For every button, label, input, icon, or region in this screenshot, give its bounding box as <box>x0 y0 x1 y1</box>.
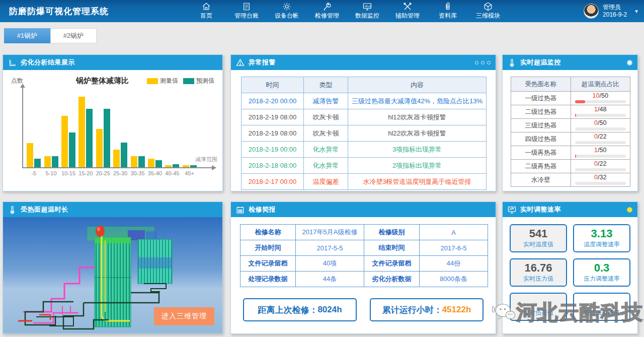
overtemp-table-head: 受热面名称超温测点占比 <box>511 77 630 92</box>
x-tick-label: 20-25 <box>95 170 111 176</box>
x-tick-label: 5-10 <box>43 170 59 176</box>
surface-name: 二级过热器 <box>511 105 571 119</box>
maintenance-stat-button-1[interactable]: 累计运行小时：45122h <box>370 298 484 321</box>
maintenance-stat-button-0[interactable]: 距离上次检修：8024h <box>243 298 357 321</box>
ruler-icon <box>8 58 17 67</box>
nav-item-6[interactable]: 资料库 <box>428 0 468 22</box>
avatar[interactable] <box>584 4 599 19</box>
alarm-row[interactable]: 2018-2-19 08:00吹灰卡顿hl12吹灰器卡顿报警 <box>242 109 487 125</box>
dot-icon[interactable] <box>481 61 485 64</box>
overtemp-ratio-cell: 1/48 <box>571 105 630 119</box>
app-header: 防磨防爆可视化管理系统 首页管理台账设备台帐检修管理数据监控辅助管理资料库三维模… <box>0 0 644 22</box>
overtemp-row: 四级过热器0/22 <box>511 132 630 146</box>
chart-legend: 测量值预测值 <box>147 77 214 85</box>
overtemp-ratio-cell: 10/50 <box>571 92 630 105</box>
bar <box>148 159 154 167</box>
monitor-wave-icon <box>508 206 516 214</box>
nav-item-7[interactable]: 三维模块 <box>468 0 508 22</box>
bar <box>155 160 162 167</box>
bar <box>173 164 179 167</box>
nav-item-0[interactable]: 首页 <box>186 0 226 22</box>
user-date: 2016-9-2 <box>603 11 627 19</box>
rate-label: 实时温度值 <box>523 240 553 249</box>
dot-icon[interactable] <box>475 61 478 64</box>
bar <box>61 116 68 167</box>
bar <box>138 156 145 167</box>
user-block[interactable]: 管理员 2016-9-2 ▼ <box>584 0 639 22</box>
user-info: 管理员 2016-9-2 <box>603 4 627 19</box>
field-label: 文件记录留档 <box>364 256 420 272</box>
total-count: /22 <box>598 160 606 167</box>
nav-label: 检修管理 <box>315 12 339 20</box>
alarm-cell: 化水异常 <box>304 158 348 174</box>
rate-label: 温度调整速率 <box>584 240 620 249</box>
alarm-row[interactable]: 2018-2-18 08:00化水异常2项指标出现异常 <box>242 158 487 174</box>
column-header: 类型 <box>304 77 348 93</box>
alarm-cell: 温度偏差 <box>304 174 348 190</box>
field-value: 2017年5月A级检修 <box>296 225 364 240</box>
user-name: 管理员 <box>603 4 627 11</box>
bar <box>165 165 172 167</box>
overtemp-count: 1 <box>594 147 598 154</box>
alarm-header-controls[interactable] <box>475 61 491 64</box>
nav-label: 三维模块 <box>476 12 500 20</box>
maintenance-row: 检修名称2017年5月A级检修检修级别A <box>240 225 488 240</box>
ratio-bar-track <box>575 100 626 103</box>
x-tick-label: 15-20 <box>77 170 94 176</box>
surface-name: 水冷壁 <box>511 173 571 187</box>
nav-item-5[interactable]: 辅助管理 <box>387 0 428 22</box>
radio-dot-icon[interactable] <box>627 60 632 65</box>
ratio-bar-track <box>575 182 626 185</box>
tab-boiler-1[interactable]: #1锅炉 <box>4 28 50 43</box>
enter-3d-management-button[interactable]: 进入三维管理 <box>154 307 214 325</box>
overtemp-count: 0 <box>594 133 598 140</box>
panel-title: 劣化分析结果展示 <box>21 58 75 67</box>
legend-item: 测量值 <box>147 77 178 85</box>
maintenance-buttons: 距离上次检修：8024h累计运行小时：45122h <box>243 298 484 321</box>
maintenance-row: 处理记录数据44条劣化分析数据8000条条 <box>240 272 488 287</box>
alarm-row[interactable]: 2018-2-17 00:00温度偏差水冷壁3根管道温度明显高于临近管排 <box>242 174 487 190</box>
cube-icon <box>483 2 493 11</box>
rate-label: 负荷调整速率 <box>584 309 620 317</box>
alarm-table-body: 2018-2-20 00:00减薄告警三级过热器最大减薄值42%，危险点占比13… <box>242 93 487 190</box>
panel-maintenance-header: 检修简报 <box>231 202 496 217</box>
field-label: 检修名称 <box>240 225 296 240</box>
nav-item-1[interactable]: 管理台账 <box>226 0 267 22</box>
wrench-icon <box>322 2 332 11</box>
overtemp-count: 0 <box>594 119 598 126</box>
legend-swatch <box>147 78 158 84</box>
bar <box>183 165 189 167</box>
field-label: 处理记录数据 <box>240 272 296 287</box>
chart-x-tick-labels: -55-1010-1515-2020-2525-3030-3535-4040-4… <box>22 170 215 176</box>
chevron-down-icon[interactable]: ▼ <box>634 9 639 14</box>
legend-item: 预测值 <box>183 77 214 85</box>
panel-maintenance-brief: 检修简报 检修名称2017年5月A级检修检修级别A开始时间2017-5-5结束时… <box>230 201 496 334</box>
nav-item-3[interactable]: 检修管理 <box>307 0 347 22</box>
column-header: 超温测点占比 <box>571 77 630 92</box>
dot-icon[interactable] <box>487 61 491 64</box>
boiler-tabbar: #1锅炉#2锅炉 <box>0 22 644 48</box>
alarm-row[interactable]: 2018-2-19 08:00吹灰卡顿hl22吹灰器卡顿报警 <box>242 125 487 142</box>
nav-item-4[interactable]: 数据监控 <box>347 0 387 22</box>
rate-card-1: 3.13温度调整速率 <box>573 224 630 252</box>
main-nav: 首页管理台账设备台帐检修管理数据监控辅助管理资料库三维模块 <box>186 0 508 22</box>
total-count: /50 <box>598 119 606 126</box>
ratio-bar-fill <box>575 100 585 103</box>
x-tick-label: -5 <box>26 170 42 176</box>
nav-item-2[interactable]: 设备台帐 <box>267 0 307 22</box>
legend-swatch <box>183 78 194 84</box>
tab-boiler-2[interactable]: #2锅炉 <box>50 28 97 43</box>
thermometer-icon <box>8 206 17 214</box>
surface-name: 一级再热器 <box>511 146 571 160</box>
alarm-row[interactable]: 2018-2-20 00:00减薄告警三级过热器最大减薄值42%，危险点占比13… <box>242 93 487 109</box>
bar-group <box>95 109 111 167</box>
rate-cards: 541实时温度值3.13温度调整速率16.76实时压力值0.3压力调整速率实时负… <box>510 224 630 321</box>
bar <box>34 159 41 167</box>
x-tick-label: 35-40 <box>147 170 163 176</box>
status-dot-icon[interactable] <box>627 207 632 213</box>
alarm-row[interactable]: 2018-2-19 00:00化水异常3项指标出现异常 <box>242 142 487 158</box>
boiler-3d-viewport[interactable]: 进入三维管理 <box>3 217 222 333</box>
overtemp-count: 0 <box>594 160 598 167</box>
x-tick-label: 40-45 <box>164 170 180 176</box>
overtemp-row: 三级过热器0/50 <box>511 119 630 132</box>
